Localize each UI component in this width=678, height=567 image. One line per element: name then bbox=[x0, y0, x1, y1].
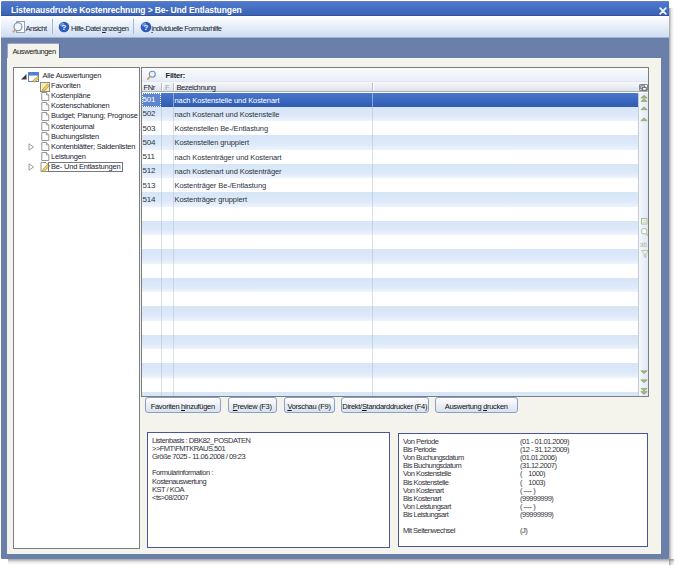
svg-text:?: ? bbox=[62, 23, 67, 32]
svg-text:?: ? bbox=[143, 23, 148, 32]
svg-text:ab: ab bbox=[640, 241, 648, 248]
